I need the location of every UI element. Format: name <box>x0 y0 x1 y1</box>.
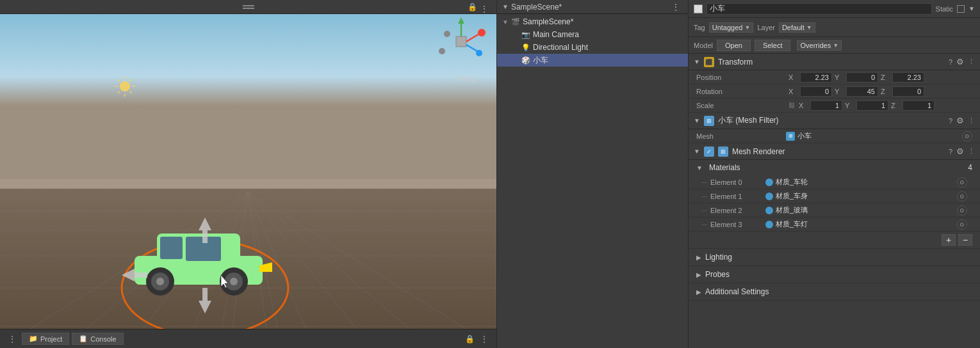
lighting-expand-arrow: ▶ <box>696 254 701 261</box>
mesh-renderer-actions: ? ⚙ ⋮ <box>949 146 975 156</box>
overrides-arrow: ▼ <box>833 42 838 49</box>
transform-menu-icon[interactable]: ⋮ <box>968 58 975 66</box>
transform-help-icon[interactable]: ? <box>949 58 952 66</box>
mesh-renderer-menu-icon[interactable]: ⋮ <box>968 147 975 155</box>
elem1-value: 材质_车身 ⊙ <box>765 191 967 202</box>
scale-y-field[interactable] <box>856 100 888 111</box>
mesh-renderer-collapse-arrow[interactable]: ▼ <box>694 148 700 155</box>
rot-z-field[interactable] <box>892 86 924 97</box>
lighting-toggle[interactable]: ▶ Lighting <box>689 249 980 265</box>
elem0-target-button[interactable]: ⊙ <box>957 177 967 187</box>
mesh-filter-actions: ? ⚙ ⋮ <box>949 116 975 125</box>
pos-x-field[interactable] <box>800 72 832 83</box>
tag-dropdown[interactable]: Untagged ▼ <box>709 22 754 33</box>
layer-dropdown[interactable]: Default ▼ <box>779 22 815 33</box>
scale-z-field[interactable] <box>902 100 935 111</box>
elem2-target-button[interactable]: ⊙ <box>957 205 967 216</box>
open-button[interactable]: Open <box>717 40 751 51</box>
elem1-name: 材质_车身 <box>776 191 954 201</box>
select-button[interactable]: Select <box>755 40 791 51</box>
inspector-topbar: Tag Untagged ▼ Layer Default ▼ <box>689 18 980 37</box>
elem0-icon <box>765 178 773 186</box>
hierarchy-item-car[interactable]: 🎲 小车 <box>497 54 688 67</box>
mesh-filter-icon: ⊞ <box>704 116 714 126</box>
probes-section: ▶ Probes <box>689 266 980 283</box>
elem2-value: 材质_玻璃 ⊙ <box>765 205 967 216</box>
mesh-renderer-settings-icon[interactable]: ⚙ <box>956 146 964 156</box>
car-icon: 🎲 <box>521 56 530 65</box>
additional-settings-toggle[interactable]: ▶ Additional Settings <box>689 283 980 300</box>
scene-view[interactable]: 🔒 ⋮ Persp ⋮ 📁 Project 📋 Console 🔒 ⋮ <box>0 0 496 348</box>
console-icon: 📋 <box>79 335 88 343</box>
hierarchy-item-directional-light[interactable]: 💡 Directional Light <box>497 41 688 54</box>
mesh-filter-collapse-arrow[interactable]: ▼ <box>694 117 700 124</box>
probes-expand-arrow: ▶ <box>696 271 701 278</box>
scene-bottom-menu[interactable]: ⋮ <box>5 333 19 345</box>
mesh-renderer-title: Mesh Renderer <box>732 147 945 156</box>
mesh-renderer-check-icon: ✓ <box>704 146 714 157</box>
console-tab[interactable]: 📋 Console <box>72 333 123 345</box>
materials-count: 4 <box>968 163 972 172</box>
scale-values: ⛓ X Y Z <box>788 100 972 111</box>
mesh-filter-menu-icon[interactable]: ⋮ <box>968 116 975 125</box>
inspector-panel: Static ▼ Tag Untagged ▼ Layer Default ▼ … <box>689 0 980 348</box>
elem3-name: 材质_车灯 <box>776 219 954 229</box>
rot-x-field[interactable] <box>800 86 832 97</box>
scene-icon: 🎬 <box>511 18 520 26</box>
elem1-target-button[interactable]: ⊙ <box>957 191 967 202</box>
material-element-1: — Element 1 材质_车身 ⊙ <box>689 189 980 203</box>
pos-y-field[interactable] <box>846 72 878 83</box>
rotation-row: Rotation X Y Z <box>689 84 980 99</box>
scale-z-label: Z <box>891 102 900 109</box>
svg-marker-50 <box>458 17 464 24</box>
scene-menu-button[interactable]: ⋮ <box>477 3 491 15</box>
scale-x-field[interactable] <box>810 100 842 111</box>
hierarchy-item-main-camera[interactable]: 📷 Main Camera <box>497 28 688 41</box>
materials-expand-arrow[interactable]: ▼ <box>696 164 703 171</box>
bottom-right-menu[interactable]: ⋮ <box>477 333 491 345</box>
mesh-renderer-help-icon[interactable]: ? <box>949 148 952 155</box>
gizmo-widget[interactable] <box>436 16 487 67</box>
static-dropdown-arrow[interactable]: ▼ <box>968 5 975 12</box>
elem2-name: 材质_玻璃 <box>776 205 954 215</box>
material-element-0: — Element 0 材质_车轮 ⊙ <box>689 175 980 189</box>
mesh-filter-settings-icon[interactable]: ⚙ <box>956 116 964 125</box>
remove-element-button[interactable]: − <box>958 234 972 246</box>
lock-icon-bottom: 🔒 <box>465 335 475 344</box>
mesh-filter-help-icon[interactable]: ? <box>949 117 952 125</box>
elem2-expand: — <box>701 207 706 214</box>
add-element-button[interactable]: + <box>942 234 956 246</box>
transform-collapse-arrow[interactable]: ▼ <box>694 58 700 65</box>
rot-y-field[interactable] <box>846 86 878 97</box>
project-tab[interactable]: 📁 Project <box>22 333 69 345</box>
hierarchy-item-samplescene[interactable]: ▼ 🎬 SampleScene* <box>497 15 688 28</box>
probes-toggle[interactable]: ▶ Probes <box>689 266 980 283</box>
obj-name-field[interactable] <box>706 3 932 15</box>
transform-settings-icon[interactable]: ⚙ <box>956 57 964 67</box>
layer-dropdown-arrow: ▼ <box>806 24 812 31</box>
elem3-target-button[interactable]: ⊙ <box>957 219 967 230</box>
pos-z-field[interactable] <box>892 72 924 83</box>
elem3-icon <box>765 221 773 228</box>
mesh-renderer-component-header: ▼ ✓ ⊞ Mesh Renderer ? ⚙ ⋮ <box>689 143 980 160</box>
svg-rect-45 <box>202 288 208 301</box>
transform-actions: ? ⚙ ⋮ <box>949 57 975 67</box>
pos-z-label: Z <box>881 74 890 81</box>
transform-component-header: ▼ ⬛ Transform ? ⚙ ⋮ <box>689 54 980 70</box>
rotation-values: X Y Z <box>788 86 972 97</box>
elem3-value: 材质_车灯 ⊙ <box>765 219 967 230</box>
elem2-icon <box>765 207 773 214</box>
overrides-dropdown[interactable]: Overrides ▼ <box>797 40 842 51</box>
svg-rect-34 <box>160 237 183 259</box>
obj-active-checkbox[interactable] <box>694 4 703 13</box>
scale-link-icon: ⛓ <box>788 102 795 109</box>
hierarchy-menu-button[interactable]: ⋮ <box>669 1 683 13</box>
static-checkbox[interactable] <box>957 5 965 13</box>
mesh-target-button[interactable]: ⊙ <box>962 131 972 141</box>
svg-point-21 <box>120 81 130 91</box>
hierarchy-items: ▼ 🎬 SampleScene* 📷 Main Camera 💡 Directi… <box>497 14 688 348</box>
tag-row: Tag Untagged ▼ Layer Default ▼ <box>694 22 975 33</box>
rotation-label: Rotation <box>696 88 786 95</box>
svg-point-56 <box>439 48 445 54</box>
add-remove-row: + − <box>689 232 980 249</box>
